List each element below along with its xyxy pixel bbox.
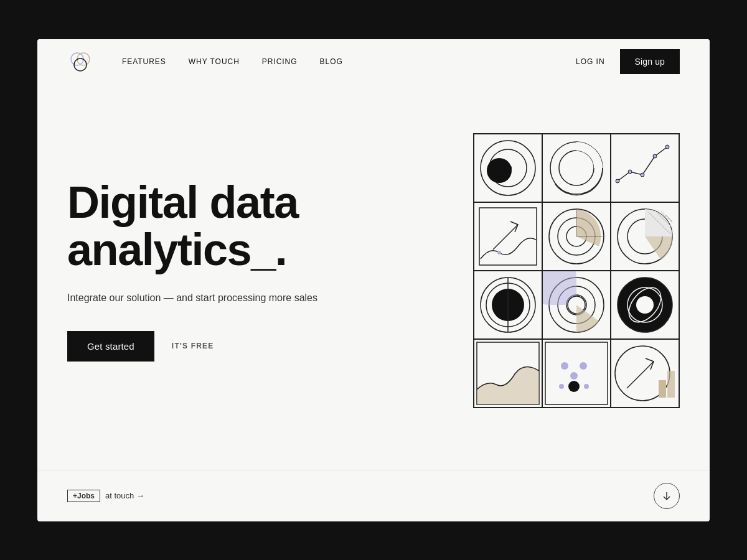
charts-grid [473, 133, 680, 408]
svg-point-46 [568, 381, 580, 392]
svg-point-10 [628, 170, 632, 174]
chart-cell-9 [611, 271, 679, 339]
chart-cell-1 [474, 134, 542, 202]
hero-title: Digital data analytics_. [67, 179, 329, 273]
svg-rect-14 [479, 208, 537, 265]
svg-rect-52 [667, 371, 675, 398]
jobs-link[interactable]: at touch → [105, 491, 144, 500]
chart-cell-2 [542, 134, 611, 202]
svg-point-6 [504, 164, 512, 172]
its-free-label: IT'S FREE [172, 342, 214, 350]
hero-actions: Get started IT'S FREE [67, 331, 329, 362]
jobs-badge: +Jobs at touch → [67, 490, 144, 502]
login-link[interactable]: LOG IN [576, 57, 604, 66]
svg-point-11 [641, 173, 644, 177]
footer-row: +Jobs at touch → [37, 470, 710, 521]
svg-point-13 [665, 145, 669, 149]
chart-cell-10 [474, 339, 542, 408]
svg-point-43 [561, 362, 568, 370]
svg-point-12 [653, 154, 657, 158]
signup-button[interactable]: Sign up [620, 49, 680, 74]
svg-point-8 [559, 151, 594, 185]
svg-point-16 [497, 251, 501, 254]
svg-line-50 [627, 362, 654, 388]
svg-point-39 [636, 296, 654, 314]
hero-right [329, 133, 680, 408]
chart-cell-12 [611, 339, 679, 408]
scroll-down-button[interactable] [654, 483, 680, 509]
nav-pricing[interactable]: PRICING [262, 57, 298, 66]
chart-cell-7 [474, 271, 542, 339]
nav-why-touch[interactable]: WHY TOUCH [189, 57, 240, 66]
nav-links: FEATURES WHY TOUCH PRICING BLOG [122, 57, 576, 66]
chart-cell-5 [542, 202, 611, 271]
get-started-button[interactable]: Get started [67, 331, 154, 362]
chart-cell-6 [611, 202, 679, 271]
nav-blog[interactable]: BLOG [320, 57, 343, 66]
nav-right: LOG IN Sign up [576, 49, 680, 74]
svg-rect-51 [659, 380, 666, 398]
navbar: FEATURES WHY TOUCH PRICING BLOG LOG IN S… [37, 39, 710, 84]
chart-cell-8 [542, 271, 611, 339]
chart-cell-4 [474, 202, 542, 271]
nav-features[interactable]: FEATURES [122, 57, 166, 66]
svg-line-15 [493, 225, 518, 250]
chart-cell-3 [611, 134, 679, 202]
svg-point-9 [616, 179, 619, 183]
jobs-tag: +Jobs [67, 490, 100, 502]
svg-point-47 [559, 384, 564, 389]
hero-subtitle: Integrate our solution — and start proce… [67, 291, 329, 306]
hero-left: Digital data analytics_. Integrate our s… [67, 179, 329, 362]
svg-point-45 [570, 372, 578, 380]
hero-section: Digital data analytics_. Integrate our s… [37, 84, 710, 470]
svg-point-48 [584, 384, 589, 389]
svg-point-44 [580, 362, 587, 370]
chart-cell-11 [542, 339, 611, 408]
logo[interactable] [67, 49, 92, 74]
